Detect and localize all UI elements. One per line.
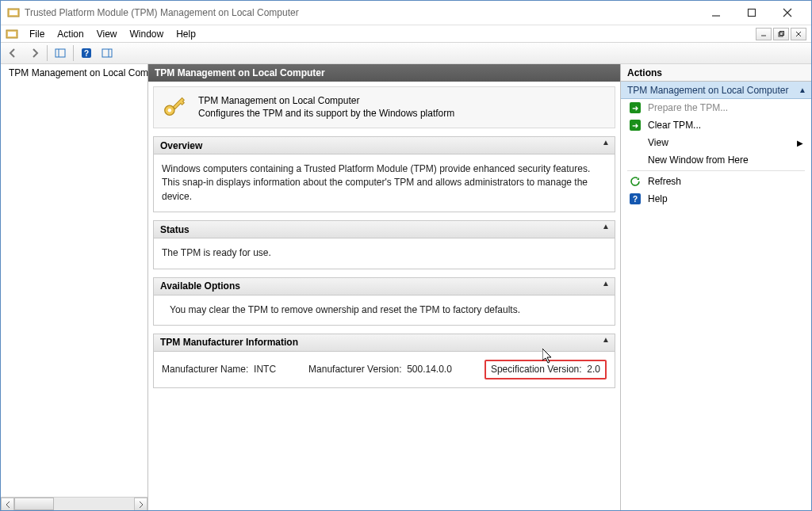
action-prepare-tpm[interactable]: ➜ Prepare the TPM... xyxy=(621,99,811,116)
options-panel: Available Options ▲ You may clear the TP… xyxy=(153,277,615,326)
options-body: You may clear the TPM to remove ownershi… xyxy=(154,296,615,325)
app-icon xyxy=(7,6,20,19)
manufacturer-panel: TPM Manufacturer Information ▲ Manufactu… xyxy=(153,334,615,388)
forward-button[interactable] xyxy=(25,44,44,62)
collapse-icon: ▲ xyxy=(799,86,806,94)
scroll-left-button[interactable] xyxy=(1,498,14,510)
window-controls xyxy=(698,2,805,24)
title-bar: Trusted Platform Module (TPM) Management… xyxy=(1,1,811,25)
manufacturer-header[interactable]: TPM Manufacturer Information ▲ xyxy=(154,334,615,352)
action-new-window[interactable]: New Window from Here xyxy=(621,151,811,169)
minimize-button[interactable] xyxy=(698,2,733,24)
status-panel: Status ▲ The TPM is ready for use. xyxy=(153,220,615,269)
actions-title: Actions xyxy=(621,64,811,82)
menu-help[interactable]: Help xyxy=(170,26,202,42)
action-refresh[interactable]: Refresh xyxy=(621,173,811,190)
show-hide-tree-button[interactable] xyxy=(51,44,70,62)
status-body: The TPM is ready for use. xyxy=(154,238,615,268)
svg-rect-17 xyxy=(102,49,112,57)
center-header: TPM Management on Local Computer xyxy=(148,64,620,82)
toolbar-separator xyxy=(73,45,74,61)
toolbar-separator xyxy=(47,45,48,61)
actions-subheader[interactable]: TPM Management on Local Computer ▲ xyxy=(621,82,811,99)
tree-root-item[interactable]: TPM Management on Local Comp xyxy=(1,64,147,82)
center-pane: TPM Management on Local Computer TPM Man… xyxy=(148,64,621,510)
action-help[interactable]: ? Help xyxy=(621,190,811,208)
svg-rect-10 xyxy=(780,31,784,35)
mdi-restore-button[interactable] xyxy=(773,28,789,40)
window-title: Trusted Platform Module (TPM) Management… xyxy=(25,7,299,18)
options-title: Available Options xyxy=(160,280,240,292)
help-icon: ? xyxy=(629,193,642,205)
action-view-menu[interactable]: View ▶ xyxy=(621,134,811,151)
menu-view[interactable]: View xyxy=(90,26,124,42)
menu-bar: File Action View Window Help xyxy=(1,25,811,42)
back-button[interactable] xyxy=(4,44,23,62)
center-body: TPM Management on Local Computer Configu… xyxy=(148,82,620,510)
collapse-icon: ▲ xyxy=(602,222,610,231)
intro-title: TPM Management on Local Computer xyxy=(198,95,454,106)
tree-pane: TPM Management on Local Comp xyxy=(1,64,148,510)
manufacturer-body: Manufacturer Name: INTC Manufacturer Ver… xyxy=(154,352,615,387)
intro-desc: Configures the TPM and its support by th… xyxy=(198,108,454,119)
close-button[interactable] xyxy=(769,2,805,24)
mfr-version: Manufacturer Version: 500.14.0.0 xyxy=(308,363,452,376)
main-area: TPM Management on Local Comp TPM Managem… xyxy=(1,64,811,510)
overview-body: Windows computers containing a Trusted P… xyxy=(154,154,615,212)
actions-pane: Actions TPM Management on Local Computer… xyxy=(621,64,811,510)
action-clear-tpm[interactable]: ➜ Clear TPM... xyxy=(621,116,811,134)
svg-rect-1 xyxy=(10,10,17,15)
collapse-icon: ▲ xyxy=(602,279,610,288)
collapse-icon: ▲ xyxy=(602,335,610,344)
tpm-key-icon xyxy=(163,95,186,120)
mdi-minimize-button[interactable] xyxy=(756,28,772,40)
maximize-button[interactable] xyxy=(733,2,769,24)
svg-text:?: ? xyxy=(84,49,89,58)
mfr-name: Manufacturer Name: INTC xyxy=(162,363,276,376)
submenu-arrow-icon: ▶ xyxy=(797,139,803,147)
show-hide-actions-button[interactable] xyxy=(98,44,117,62)
overview-panel: Overview ▲ Windows computers containing … xyxy=(153,136,615,212)
svg-rect-7 xyxy=(8,32,16,36)
status-title: Status xyxy=(160,224,190,235)
go-arrow-icon: ➜ xyxy=(629,101,642,114)
status-header[interactable]: Status ▲ xyxy=(154,221,615,238)
spec-version-highlight: Specification Version: 2.0 xyxy=(485,360,607,379)
scroll-thumb[interactable] xyxy=(14,498,54,510)
separator xyxy=(627,170,805,171)
menu-action[interactable]: Action xyxy=(51,26,90,42)
svg-point-22 xyxy=(168,109,171,112)
menu-window[interactable]: Window xyxy=(124,26,170,42)
mdi-close-button[interactable] xyxy=(791,28,806,40)
svg-rect-9 xyxy=(779,32,783,36)
collapse-icon: ▲ xyxy=(602,138,610,147)
tree-hscrollbar[interactable] xyxy=(1,497,147,510)
tree-root-label: TPM Management on Local Comp xyxy=(9,67,154,78)
overview-title: Overview xyxy=(160,140,202,151)
svg-rect-3 xyxy=(748,10,755,17)
toolbar: ? xyxy=(1,42,811,64)
svg-rect-13 xyxy=(56,49,65,57)
help-button[interactable]: ? xyxy=(77,44,96,62)
mdi-controls xyxy=(756,28,806,40)
refresh-icon xyxy=(629,175,642,188)
options-header[interactable]: Available Options ▲ xyxy=(154,278,615,296)
overview-header[interactable]: Overview ▲ xyxy=(154,137,615,154)
manufacturer-title: TPM Manufacturer Information xyxy=(160,337,298,348)
menu-file[interactable]: File xyxy=(23,26,51,42)
go-arrow-icon: ➜ xyxy=(629,119,642,132)
scroll-right-button[interactable] xyxy=(134,498,147,510)
intro-box: TPM Management on Local Computer Configu… xyxy=(153,86,615,128)
menubar-app-icon xyxy=(6,28,18,40)
